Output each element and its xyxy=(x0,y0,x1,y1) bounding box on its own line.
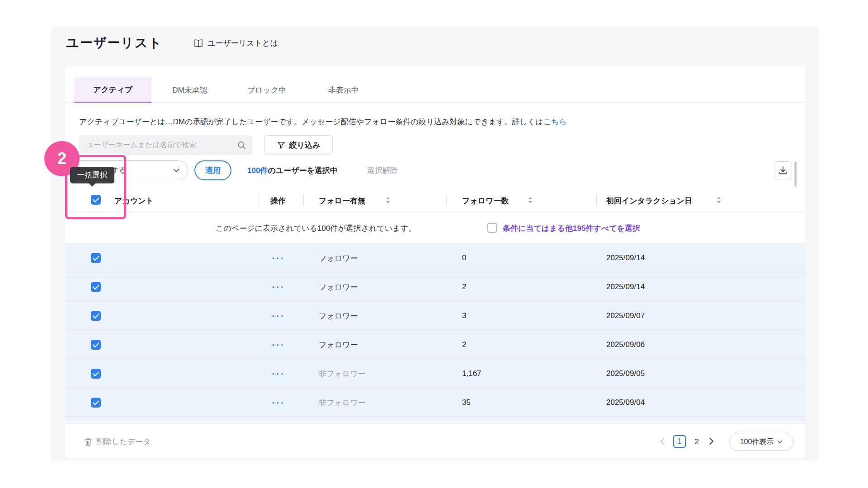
pagination-next-icon[interactable] xyxy=(709,437,714,445)
header-action: 操作 xyxy=(270,196,286,206)
table-row: ··· フォロワー 2 2025/09/14 xyxy=(65,272,805,301)
filter-button-label: 絞り込み xyxy=(289,140,321,150)
row-follow-status: フォロワー xyxy=(319,244,358,272)
tab-hidden-label: 非表示中 xyxy=(328,85,359,95)
row-actions-button[interactable]: ··· xyxy=(272,282,285,291)
row-first-interaction-date: 2025/09/06 xyxy=(606,330,645,359)
apply-button[interactable]: 適用 xyxy=(194,160,231,180)
header-follow: フォロー有無 xyxy=(319,196,365,206)
row-checkbox[interactable] xyxy=(91,340,101,350)
row-actions-button[interactable]: ··· xyxy=(272,369,285,378)
select-all-checkbox[interactable] xyxy=(91,195,101,205)
active-user-description: アクティブユーザーとは…DMの承認が完了したユーザーです。メッセージ配信やフォロ… xyxy=(79,117,567,127)
row-first-interaction-date: 2025/09/14 xyxy=(606,244,645,272)
table-body: ··· フォロワー 0 2025/09/14 ··· フォロワー 2 2025/… xyxy=(65,244,805,422)
header-first-interaction: 初回インタラクション日 xyxy=(606,196,692,206)
vertical-scrollbar-thumb[interactable] xyxy=(794,161,797,187)
sort-followers-icon[interactable] xyxy=(528,196,533,204)
description-text: アクティブユーザーとは…DMの承認が完了したユーザーです。メッセージ配信やフォロ… xyxy=(79,117,543,126)
page-size-label: 100件表示 xyxy=(740,437,774,447)
search-input[interactable] xyxy=(79,141,237,149)
pagination-page-2[interactable]: 2 xyxy=(692,437,702,446)
row-checkbox[interactable] xyxy=(91,282,101,292)
deleted-data-link[interactable]: 削除したデータ xyxy=(84,436,151,447)
page-size-dropdown[interactable]: 100件表示 xyxy=(729,433,793,451)
selection-banner-message: このページに表示されている100件が選択されています。 xyxy=(216,223,416,234)
row-actions-button[interactable]: ··· xyxy=(272,340,285,349)
apply-button-label: 適用 xyxy=(205,165,221,176)
row-follow-status: 非フォロワー xyxy=(319,359,366,388)
row-first-interaction-date: 2025/09/04 xyxy=(606,388,645,417)
header-account: アカウント xyxy=(114,196,154,206)
footer-divider xyxy=(65,423,805,424)
table-row: ··· フォロワー 2 2025/09/06 xyxy=(65,330,805,359)
page: ユーザーリスト ユーザーリストとは アクティブ DM未承認 ブロック中 非表示中… xyxy=(0,0,868,488)
row-follower-count: 2 xyxy=(462,272,466,301)
row-checkbox[interactable] xyxy=(91,369,101,379)
row-follow-status: フォロワー xyxy=(319,272,358,301)
chevron-down-icon xyxy=(777,440,783,444)
download-button[interactable] xyxy=(774,161,792,179)
selected-count-suffix: のユーザーを選択中 xyxy=(268,166,338,175)
row-first-interaction-date: 2025/09/07 xyxy=(606,301,645,330)
selection-banner: このページに表示されている100件が選択されています。 条件に当てはまる他195… xyxy=(65,212,805,244)
funnel-icon xyxy=(277,141,285,149)
search-icon[interactable] xyxy=(237,141,246,150)
table-header xyxy=(65,188,805,212)
deselect-link[interactable]: 選択解除 xyxy=(367,165,398,176)
selected-count-text: 100件のユーザーを選択中 xyxy=(247,165,338,176)
row-follow-status: フォロワー xyxy=(319,301,358,330)
tab-active-label: アクティブ xyxy=(93,84,132,95)
description-more-link[interactable]: こちら xyxy=(543,117,567,126)
row-first-interaction-date: 2025/09/05 xyxy=(606,359,645,388)
row-follower-count: 3 xyxy=(462,301,466,330)
selected-count-number: 100件 xyxy=(247,166,268,175)
sort-first-interaction-icon[interactable] xyxy=(716,196,722,204)
row-checkbox[interactable] xyxy=(91,311,101,321)
pagination-prev-icon[interactable] xyxy=(660,437,665,445)
deleted-data-label: 削除したデータ xyxy=(96,436,151,447)
header-divider xyxy=(596,193,597,206)
table-row: ··· フォロワー 3 2025/09/07 xyxy=(65,301,805,330)
row-actions-button[interactable]: ··· xyxy=(272,311,285,320)
row-checkbox[interactable] xyxy=(91,253,101,263)
tab-dm-unapproved[interactable]: DM未承認 xyxy=(151,77,228,103)
row-follow-status: フォロワー xyxy=(319,330,358,359)
select-all-matching-link[interactable]: 条件に当てはまる他195件すべてを選択 xyxy=(503,223,640,234)
tab-blocked[interactable]: ブロック中 xyxy=(228,77,305,103)
page-title: ユーザーリスト xyxy=(66,34,162,52)
row-follower-count: 1,167 xyxy=(462,359,481,388)
row-actions-button[interactable]: ··· xyxy=(272,398,285,407)
select-all-matching-checkbox[interactable] xyxy=(487,223,497,233)
table-row: ··· 非フォロワー 1,167 2025/09/05 xyxy=(65,359,805,388)
chevron-down-icon xyxy=(173,169,179,173)
row-first-interaction-date: 2025/09/14 xyxy=(606,272,645,301)
search-box xyxy=(79,135,252,155)
pagination-page-1[interactable]: 1 xyxy=(673,435,686,448)
row-checkbox[interactable] xyxy=(91,398,101,408)
row-follower-count: 2 xyxy=(462,330,466,359)
row-follower-count: 35 xyxy=(462,388,471,417)
table-row: ··· フォロワー 0 2025/09/14 xyxy=(65,244,805,272)
header-followers: フォロワー数 xyxy=(462,196,509,206)
tab-dm-unapproved-label: DM未承認 xyxy=(172,85,207,95)
bulk-select-tooltip: 一括選択 xyxy=(70,167,114,183)
row-actions-button[interactable]: ··· xyxy=(272,253,285,263)
tabs-divider xyxy=(65,103,805,103)
header-divider xyxy=(446,193,447,206)
row-follower-count: 0 xyxy=(462,244,466,272)
table-row-clipped xyxy=(65,417,805,422)
sort-follow-icon[interactable] xyxy=(385,196,391,204)
user-list-help-link[interactable]: ユーザーリストとは xyxy=(193,38,278,48)
trash-icon xyxy=(84,437,92,446)
row-follow-status: 非フォロワー xyxy=(319,388,366,417)
tab-blocked-label: ブロック中 xyxy=(247,85,287,95)
filter-button[interactable]: 絞り込み xyxy=(264,135,333,155)
book-icon xyxy=(193,39,203,47)
tab-active[interactable]: アクティブ xyxy=(74,77,151,103)
header-divider xyxy=(259,193,259,206)
download-icon xyxy=(778,166,788,175)
tab-hidden[interactable]: 非表示中 xyxy=(305,77,382,103)
table-row: ··· 非フォロワー 35 2025/09/04 xyxy=(65,388,805,417)
help-link-label: ユーザーリストとは xyxy=(208,38,278,48)
